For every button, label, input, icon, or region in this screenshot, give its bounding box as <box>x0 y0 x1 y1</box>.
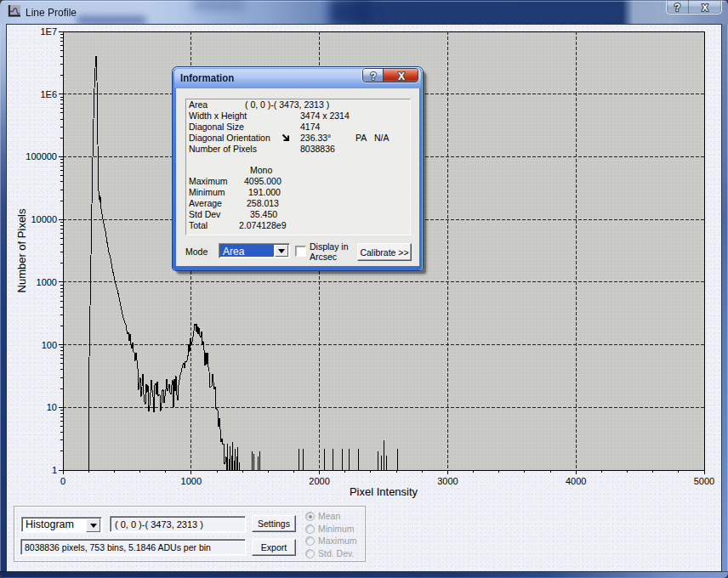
svg-text:1000: 1000 <box>37 277 57 287</box>
svg-text:?: ? <box>370 71 376 82</box>
svg-text:10: 10 <box>47 402 57 412</box>
svg-text:0: 0 <box>60 476 65 486</box>
svg-text:100: 100 <box>42 340 57 350</box>
svg-text:1000: 1000 <box>181 476 202 486</box>
svg-text:Number of Pixels: Number of Pixels <box>15 208 28 292</box>
svg-text:1E6: 1E6 <box>40 89 57 99</box>
svg-text:X: X <box>702 3 708 13</box>
svg-text:Pixel Intensity: Pixel Intensity <box>350 485 418 498</box>
svg-text:100000: 100000 <box>26 151 57 162</box>
svg-text:X: X <box>398 71 405 82</box>
svg-text:5000: 5000 <box>694 476 714 486</box>
svg-text:4000: 4000 <box>566 476 586 486</box>
svg-text:?: ? <box>674 2 680 14</box>
svg-text:2000: 2000 <box>309 476 329 486</box>
svg-text:10000: 10000 <box>31 214 57 224</box>
svg-text:1: 1 <box>52 465 57 475</box>
svg-text:1E7: 1E7 <box>40 26 57 37</box>
svg-text:3000: 3000 <box>437 476 458 486</box>
